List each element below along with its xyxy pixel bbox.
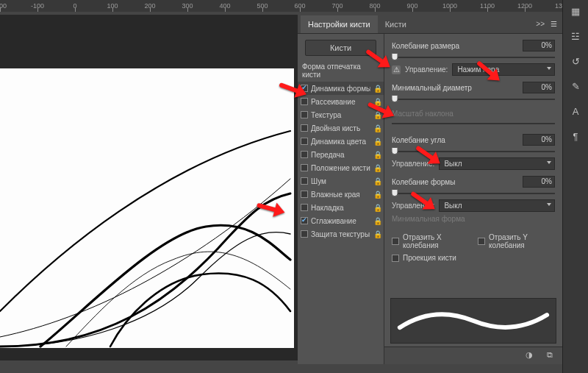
brush-icon[interactable]: ✎ [567,79,584,94]
roundness-jitter-field: Колебание формы 0% Управление: Выкл Мини… [392,176,555,223]
size-jitter-field: Колебание размера 0% ⚠ Управление: Нажим… [392,40,555,76]
angle-control-select[interactable]: Выкл [439,157,555,170]
option-label: Рассеивание [311,98,370,106]
option-шум[interactable]: Шум🔒 [298,174,384,188]
roundness-jitter-slider[interactable] [392,189,555,198]
checkbox-icon[interactable] [301,98,308,105]
option-сглаживание[interactable]: Сглаживание🔒 [298,214,384,227]
checkbox-icon[interactable] [301,111,308,118]
option-накладка[interactable]: Накладка🔒 [298,201,384,214]
option-label: Сглаживание [311,217,370,225]
new-preset-icon[interactable]: ⧉ [543,350,556,362]
option-label: Двойная кисть [311,124,370,132]
size-jitter-slider[interactable] [392,53,555,62]
option-label: Динамика цвета [311,138,370,146]
warning-icon: ⚠ [392,65,401,74]
tilt-scale-field: Масштаб наклона [392,110,555,128]
panel-menu-icon[interactable]: ☰ [548,20,559,28]
section-brush-tip-shape[interactable]: Форма отпечатка кисти [298,60,384,82]
panel-header: Настройки кисти Кисти >> ☰ [298,15,562,34]
lock-icon[interactable]: 🔒 [373,164,381,172]
lock-icon[interactable]: 🔒 [373,177,381,185]
option-защита-текстуры[interactable]: Защита текстуры🔒 [298,227,384,241]
option-label: Шум [311,177,370,185]
panel-dock-rail: ▦☳↺✎A¶ [562,0,588,373]
lock-icon[interactable]: 🔒 [373,191,381,199]
option-label: Передача [311,151,370,159]
brush-strokes [0,68,294,348]
checkbox-icon[interactable] [301,204,308,211]
min-diameter-label: Минимальный диаметр [392,84,518,92]
lock-icon[interactable]: 🔒 [373,111,381,119]
checkbox-icon[interactable] [301,164,308,171]
brush-stroke-preview [390,298,556,344]
tab-brushes[interactable]: Кисти [378,15,414,33]
option-label: Влажные края [311,191,370,199]
control-label: Управление: [392,160,434,168]
lock-icon[interactable]: 🔒 [373,204,381,212]
lock-icon[interactable]: 🔒 [373,124,381,132]
option-влажные-края[interactable]: Влажные края🔒 [298,188,384,201]
roundness-jitter-label: Колебание формы [392,178,518,186]
checkbox-icon[interactable] [301,151,308,158]
lock-icon[interactable]: 🔒 [373,151,381,159]
option-label: Динамика формы [311,85,370,93]
brush-options-list: Кисти Форма отпечатка кисти Динамика фор… [298,34,384,364]
angle-jitter-slider[interactable] [392,147,555,156]
control-label: Управление: [405,65,448,74]
option-label: Накладка [311,204,370,212]
tilt-scale-label: Масштаб наклона [392,110,453,118]
min-diameter-value[interactable]: 0% [523,82,555,93]
type-icon[interactable]: A [567,104,584,119]
checkbox-icon[interactable] [301,85,308,92]
tab-brush-settings[interactable]: Настройки кисти [301,15,378,33]
collapse-icon[interactable]: >> [533,20,548,28]
grid-icon[interactable]: ▦ [567,4,584,19]
flip-x-checkbox[interactable]: Отразить X колебания [392,233,469,249]
history-icon[interactable]: ↺ [567,54,584,69]
checkbox-icon[interactable] [301,191,308,198]
lock-icon[interactable]: 🔒 [373,217,381,225]
paragraph-icon[interactable]: ¶ [567,129,584,144]
option-положение-кисти[interactable]: Положение кисти🔒 [298,161,384,174]
toggle-preview-icon[interactable]: ◑ [523,350,536,362]
option-label: Текстура [311,111,370,119]
option-label: Защита текстуры [311,230,370,238]
checkbox-icon[interactable] [301,138,308,145]
option-динамика-формы[interactable]: Динамика формы🔒 [298,82,384,95]
panel-footer: ◑ ⧉ [384,347,562,364]
control-label: Управление: [392,202,434,210]
document-canvas[interactable] [0,68,294,348]
size-jitter-label: Колебание размера [392,42,518,50]
option-динамика-цвета[interactable]: Динамика цвета🔒 [298,135,384,148]
checkbox-icon[interactable] [301,177,308,185]
min-diameter-slider[interactable] [392,95,555,104]
brushes-button[interactable]: Кисти [305,40,376,56]
lock-icon[interactable]: 🔒 [373,138,381,146]
option-двойная-кисть[interactable]: Двойная кисть🔒 [298,121,384,135]
min-roundness-label: Минимальная форма [392,215,555,223]
checkbox-icon[interactable] [301,230,308,238]
option-рассеивание[interactable]: Рассеивание🔒 [298,95,384,108]
option-label: Положение кисти [311,164,370,172]
size-control-select[interactable]: Нажим пера [452,63,555,76]
shape-dynamics-settings: Колебание размера 0% ⚠ Управление: Нажим… [384,34,562,364]
brush-projection-checkbox[interactable]: Проекция кисти [392,254,555,262]
size-jitter-value[interactable]: 0% [523,40,555,51]
tilt-scale-slider [392,119,555,128]
min-diameter-field: Минимальный диаметр 0% [392,82,555,104]
sliders-icon[interactable]: ☳ [567,29,584,44]
checkbox-icon[interactable] [301,124,308,132]
roundness-jitter-value[interactable]: 0% [523,176,555,188]
lock-icon[interactable]: 🔒 [373,98,381,106]
flip-y-checkbox[interactable]: Отразить Y колебания [478,233,555,249]
lock-icon[interactable]: 🔒 [373,230,381,238]
roundness-control-select[interactable]: Выкл [439,199,555,212]
lock-icon[interactable]: 🔒 [373,85,381,93]
checkbox-icon[interactable] [301,217,308,224]
brush-settings-panel: Настройки кисти Кисти >> ☰ Кисти Форма о… [298,15,562,364]
angle-jitter-value[interactable]: 0% [523,134,555,146]
option-передача[interactable]: Передача🔒 [298,148,384,161]
option-текстура[interactable]: Текстура🔒 [298,108,384,121]
angle-jitter-field: Колебание угла 0% Управление: Выкл [392,134,555,170]
